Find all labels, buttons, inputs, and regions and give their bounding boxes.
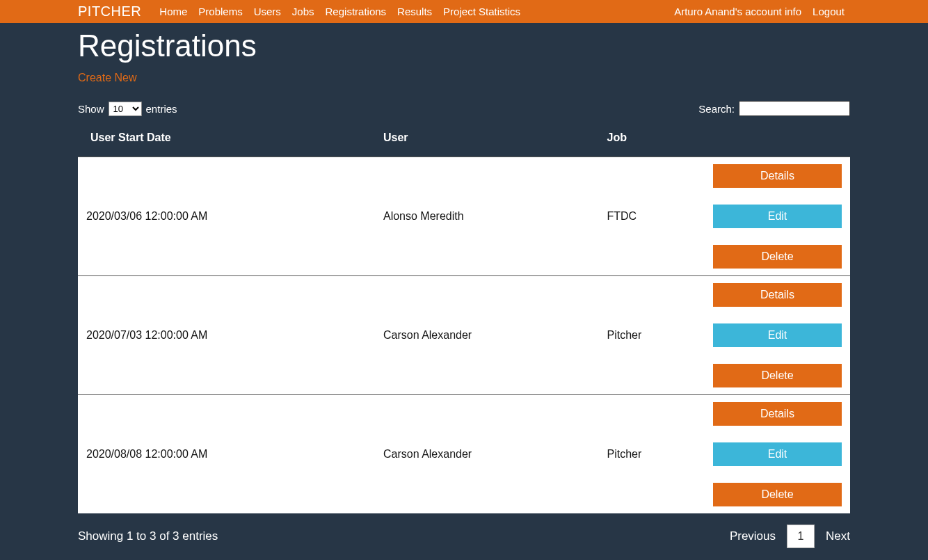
pagination: Previous 1 Next	[730, 525, 850, 548]
cell-user: Carson Alexander	[376, 395, 600, 514]
pagination-previous[interactable]: Previous	[730, 529, 776, 543]
search-label: Search:	[698, 103, 735, 115]
cell-start-date: 2020/08/08 12:00:00 AM	[78, 395, 376, 514]
length-select[interactable]: 102550100	[109, 102, 142, 116]
edit-button[interactable]: Edit	[713, 205, 842, 228]
page-title: Registrations	[78, 29, 850, 63]
search-control: Search:	[698, 101, 850, 116]
registrations-table: User Start Date User Job 2020/03/06 12:0…	[78, 125, 850, 513]
pagination-next[interactable]: Next	[826, 529, 850, 543]
nav-registrations[interactable]: Registrations	[320, 6, 392, 17]
create-new-link[interactable]: Create New	[78, 72, 136, 84]
search-input[interactable]	[739, 101, 850, 116]
cell-start-date: 2020/07/03 12:00:00 AM	[78, 276, 376, 395]
cell-user: Carson Alexander	[376, 276, 600, 395]
delete-button[interactable]: Delete	[713, 364, 842, 387]
nav-logout[interactable]: Logout	[807, 6, 850, 17]
cell-job: Pitcher	[600, 395, 706, 514]
col-actions	[706, 125, 850, 157]
edit-button[interactable]: Edit	[713, 323, 842, 347]
cell-actions: DetailsEditDelete	[706, 157, 850, 276]
cell-job: FTDC	[600, 157, 706, 276]
col-job[interactable]: Job	[600, 125, 706, 157]
nav-jobs[interactable]: Jobs	[287, 6, 320, 17]
table-row: 2020/08/08 12:00:00 AMCarson AlexanderPi…	[78, 395, 850, 514]
pagination-page-1[interactable]: 1	[787, 525, 815, 548]
nav-project-statistics[interactable]: Project Statistics	[438, 6, 526, 17]
navbar: PITCHER Home Problems Users Jobs Registr…	[0, 0, 928, 23]
details-button[interactable]: Details	[713, 402, 842, 426]
nav-home[interactable]: Home	[154, 6, 193, 17]
details-button[interactable]: Details	[713, 283, 842, 307]
table-row: 2020/03/06 12:00:00 AMAlonso MeredithFTD…	[78, 157, 850, 276]
nav-users[interactable]: Users	[248, 6, 287, 17]
delete-button[interactable]: Delete	[713, 245, 842, 269]
table-row: 2020/07/03 12:00:00 AMCarson AlexanderPi…	[78, 276, 850, 395]
col-user[interactable]: User	[376, 125, 600, 157]
cell-user: Alonso Meredith	[376, 157, 600, 276]
length-label-entries: entries	[146, 103, 177, 115]
edit-button[interactable]: Edit	[713, 442, 842, 466]
brand[interactable]: PITCHER	[78, 3, 141, 19]
delete-button[interactable]: Delete	[713, 483, 842, 506]
col-user-start-date[interactable]: User Start Date	[78, 125, 376, 157]
table-info: Showing 1 to 3 of 3 entries	[78, 529, 218, 543]
cell-actions: DetailsEditDelete	[706, 276, 850, 395]
nav-results[interactable]: Results	[392, 6, 438, 17]
length-label-show: Show	[78, 103, 104, 115]
cell-job: Pitcher	[600, 276, 706, 395]
nav-account-info[interactable]: Arturo Anand's account info	[669, 6, 807, 17]
cell-actions: DetailsEditDelete	[706, 395, 850, 514]
length-control: Show 102550100 entries	[78, 102, 177, 116]
cell-start-date: 2020/03/06 12:00:00 AM	[78, 157, 376, 276]
nav-problems[interactable]: Problems	[193, 6, 248, 17]
details-button[interactable]: Details	[713, 164, 842, 188]
